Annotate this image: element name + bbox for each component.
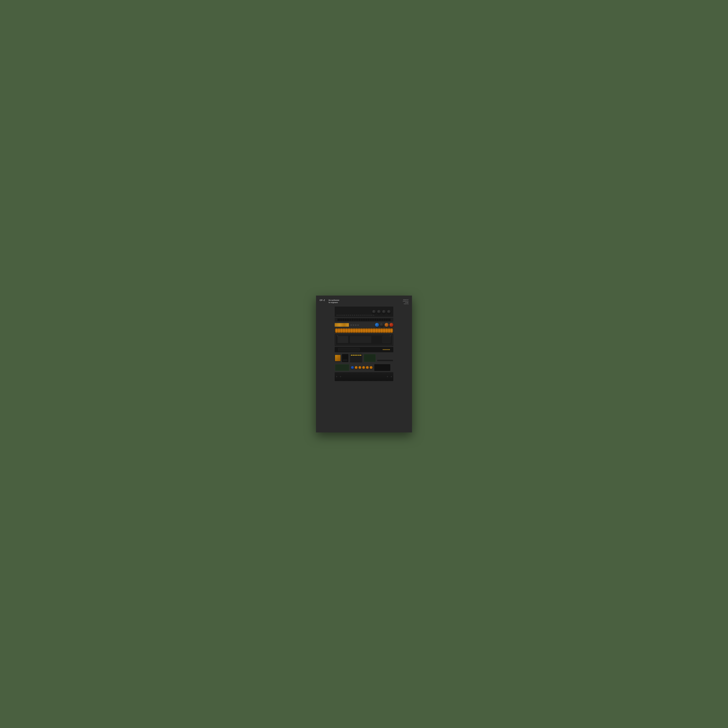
button — [378, 318, 380, 321]
button — [370, 318, 371, 321]
key-dot — [356, 315, 357, 316]
main-pcb-layer — [335, 347, 393, 352]
pcb-chip — [350, 354, 362, 362]
key-dot — [350, 315, 351, 316]
subtitle-line1: the synthesizer — [329, 299, 340, 301]
key-dot — [359, 315, 361, 316]
bottom-screw — [387, 376, 388, 377]
encoder-orange — [385, 323, 388, 327]
key-dot — [344, 315, 345, 316]
black-rect-component — [374, 364, 390, 371]
key-dot — [348, 315, 349, 316]
bottom-casing-layer — [335, 372, 393, 381]
byline: designed andengineered byteenageengineer… — [403, 299, 408, 304]
chip-pin — [358, 355, 359, 356]
header-left: OP–Z the synthesizer for engineers — [320, 299, 339, 304]
keyboard-dots — [336, 315, 384, 316]
motor-component — [335, 355, 341, 361]
small-pcb — [335, 364, 349, 371]
thumb-cap-orange — [370, 366, 373, 369]
chip-pin — [360, 355, 361, 356]
thumb-cap-orange — [366, 366, 369, 369]
top-knob — [387, 310, 391, 314]
bottom-screw — [391, 376, 392, 377]
button — [341, 318, 343, 321]
button — [361, 318, 362, 321]
green-pcb — [364, 354, 376, 362]
button — [338, 318, 339, 321]
components-area — [320, 307, 408, 381]
button — [371, 318, 373, 321]
led-key — [390, 329, 393, 333]
button — [345, 318, 346, 321]
thumb-caps — [351, 366, 373, 369]
button-matrix-layer — [335, 318, 393, 322]
led-dot — [385, 349, 386, 350]
chip-pin — [356, 355, 358, 356]
thumb-cap-orange — [358, 366, 361, 369]
encoder-red — [389, 323, 393, 327]
chip-pin — [353, 355, 354, 356]
led-keyboard-layer — [335, 328, 393, 333]
key-dot — [361, 315, 363, 316]
led-key — [348, 329, 350, 333]
button — [375, 318, 376, 321]
subtitle-line2: for engineers — [329, 301, 340, 304]
antenna-bar — [377, 360, 393, 361]
led-key — [361, 329, 362, 333]
internal-frame-layer — [335, 334, 393, 346]
key-dot — [340, 315, 342, 316]
key-dot — [366, 315, 367, 316]
led-dots — [383, 349, 390, 350]
button — [355, 318, 357, 321]
led-key — [345, 329, 347, 333]
key-dot — [354, 315, 355, 316]
button — [376, 318, 378, 321]
chip-pins — [351, 355, 361, 356]
top-knob — [377, 310, 381, 314]
button — [380, 318, 382, 321]
led-key — [378, 329, 380, 333]
key-dot — [367, 315, 369, 316]
circle — [350, 324, 352, 326]
top-casing-layer — [335, 307, 393, 317]
button — [357, 318, 358, 321]
button — [353, 318, 355, 321]
header: OP–Z the synthesizer for engineers desig… — [320, 299, 408, 304]
led-key — [343, 329, 345, 333]
inner-frame — [336, 335, 392, 345]
key-dot — [352, 315, 353, 316]
small-circles — [350, 324, 359, 326]
led-key — [373, 329, 375, 333]
button — [364, 318, 366, 321]
button — [385, 318, 387, 321]
led-key — [388, 329, 390, 333]
button — [346, 318, 348, 321]
button — [362, 318, 364, 321]
button — [366, 318, 367, 321]
frame-slot-2 — [350, 336, 371, 343]
led-key — [381, 329, 383, 333]
led-key — [385, 329, 388, 333]
key-dot — [336, 315, 338, 316]
subtitle: the synthesizer for engineers — [329, 299, 340, 304]
button — [352, 318, 353, 321]
flex-cable — [335, 323, 349, 327]
encoder-blue — [375, 323, 379, 327]
flex-pcb-layer — [335, 323, 393, 327]
key-dot — [371, 315, 372, 316]
black-component — [342, 354, 348, 362]
button — [387, 318, 389, 321]
bottom-screw — [336, 376, 337, 377]
circle — [357, 324, 359, 326]
led-key — [363, 329, 365, 333]
button — [350, 318, 352, 321]
key-dot — [364, 315, 365, 316]
button — [348, 318, 350, 321]
button — [389, 318, 390, 321]
led-dot — [389, 349, 390, 350]
led-dot — [383, 349, 384, 350]
key-dot — [342, 315, 344, 316]
led-key — [355, 329, 358, 333]
led-key — [338, 329, 340, 333]
